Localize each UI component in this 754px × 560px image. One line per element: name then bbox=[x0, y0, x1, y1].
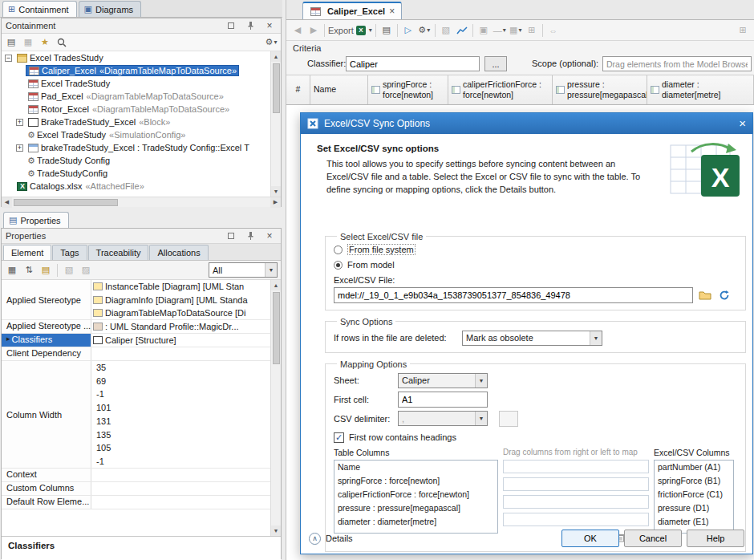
edit-icon[interactable]: ▧ bbox=[439, 23, 453, 38]
help-button[interactable]: Help bbox=[687, 530, 744, 547]
open-diagram-icon[interactable]: ▦ bbox=[21, 35, 35, 50]
list-item[interactable]: diameter : diameter[metre] bbox=[334, 515, 497, 529]
show-description-icon[interactable]: ▤ bbox=[39, 263, 53, 278]
column-header-pressure[interactable]: pressure : pressure[megapascal] bbox=[553, 75, 647, 104]
ok-button[interactable]: OK bbox=[561, 530, 619, 547]
fit-columns-icon[interactable]: ⊞ bbox=[736, 23, 750, 38]
collapse-expander-icon[interactable]: − bbox=[5, 55, 12, 62]
tree-item[interactable]: Excel TradeStudy bbox=[2, 77, 281, 90]
property-row[interactable]: Custom Columns bbox=[2, 482, 281, 496]
property-row[interactable]: Applied Stereotype ... : UML Standard Pr… bbox=[2, 320, 281, 334]
open-folder-icon[interactable] bbox=[698, 288, 712, 302]
mapping-slot[interactable] bbox=[503, 513, 649, 526]
table-style-icon[interactable]: ▦▾ bbox=[509, 23, 523, 38]
float-panel-icon[interactable] bbox=[224, 18, 238, 33]
details-toggle[interactable]: ∧ Details bbox=[309, 533, 353, 545]
tab-properties[interactable]: ▤ Properties bbox=[3, 212, 69, 228]
column-header-springforce[interactable]: springForce : force[newton] bbox=[368, 75, 448, 104]
sort-icon[interactable]: ⇅ bbox=[22, 263, 36, 278]
list-item[interactable]: pressure (D1) bbox=[655, 501, 733, 515]
from-file-system-radio[interactable]: From file system bbox=[334, 242, 737, 258]
dialog-close-icon[interactable]: × bbox=[739, 119, 746, 128]
containment-vertical-scrollbar[interactable]: ▲ ▼ bbox=[270, 51, 281, 197]
tab-tags[interactable]: Tags bbox=[52, 245, 87, 260]
tab-allocations[interactable]: Allocations bbox=[149, 245, 208, 260]
csv-delimiter-combo[interactable]: , ▼ bbox=[398, 411, 488, 426]
dialog-titlebar[interactable]: Excel/CSV Sync Options × bbox=[301, 113, 752, 134]
excel-csv-file-input[interactable] bbox=[334, 287, 693, 303]
list-item[interactable]: pressure : pressure[megapascal] bbox=[334, 501, 497, 515]
forward-icon[interactable]: ▶ bbox=[306, 23, 321, 38]
tree-item[interactable]: + BrakeTradeStudy_Excel «Block» bbox=[2, 116, 281, 128]
property-row[interactable]: Column Width 35 69 -1 101 131 135 105 -1 bbox=[2, 361, 281, 469]
mapping-slot[interactable] bbox=[503, 460, 649, 473]
tree-item[interactable]: ⚙ TradeStudyConfig bbox=[2, 167, 281, 180]
scroll-up-icon[interactable]: ▲ bbox=[271, 51, 282, 62]
list-item[interactable]: diameter (E1) bbox=[655, 515, 733, 529]
scroll-thumb[interactable] bbox=[273, 292, 280, 364]
tab-traceability[interactable]: Traceability bbox=[88, 245, 149, 260]
table-options-gear-icon[interactable]: ⚙▾ bbox=[417, 23, 432, 38]
list-item[interactable]: caliperFrictionForce : force[newton] bbox=[334, 488, 497, 501]
column-header-number[interactable]: # bbox=[286, 75, 310, 104]
list-item[interactable]: partNumber (A1) bbox=[655, 461, 733, 474]
property-row-selected[interactable]: ▸Classifiers Caliper [Structure] bbox=[2, 334, 281, 347]
column-header-name[interactable]: Name bbox=[310, 75, 368, 104]
expand-expander-icon[interactable]: + bbox=[16, 119, 23, 126]
list-item[interactable]: springForce (B1) bbox=[655, 474, 733, 488]
group-by-icon[interactable]: ▦ bbox=[5, 263, 19, 278]
close-panel-icon[interactable]: × bbox=[262, 229, 277, 243]
chart-icon[interactable] bbox=[455, 23, 469, 38]
expand-expander-icon[interactable]: + bbox=[16, 144, 23, 152]
column-header-caliperfrictionforce[interactable]: caliperFrictionForce : force[newton] bbox=[448, 75, 553, 104]
browser-options-icon[interactable]: ▤ bbox=[4, 35, 18, 50]
close-tab-icon[interactable]: × bbox=[389, 7, 395, 15]
property-row[interactable]: Client Dependency bbox=[2, 347, 281, 361]
scroll-right-icon[interactable]: ▶ bbox=[270, 197, 281, 208]
tab-containment[interactable]: ⊞ Containment bbox=[2, 1, 77, 17]
scroll-thumb[interactable] bbox=[273, 63, 280, 113]
classifier-browse-button[interactable]: ... bbox=[484, 56, 507, 71]
tree-item[interactable]: + brakeTradeStudy_Excel : TradeStudy Con… bbox=[2, 141, 281, 154]
float-panel-icon[interactable] bbox=[224, 229, 238, 243]
rows-deleted-combo[interactable]: Mark as obsolete ▼ bbox=[462, 331, 602, 346]
property-row[interactable]: Default Row Eleme... bbox=[2, 496, 281, 509]
tab-caliper-excel[interactable]: Caliper_Excel × bbox=[302, 2, 402, 19]
panel-settings-gear-icon[interactable]: ⚙▾ bbox=[264, 35, 278, 50]
tree-item-selected[interactable]: Caliper_Excel «DiagramTableMapToDataSour… bbox=[2, 64, 281, 77]
grid-icon[interactable]: ⊞ bbox=[525, 23, 539, 38]
pin-icon[interactable] bbox=[243, 229, 257, 243]
export-button[interactable]: Export X ▾ bbox=[328, 23, 372, 38]
image-export-icon[interactable]: ▣ bbox=[476, 23, 491, 38]
tree-item[interactable]: ⚙ Excel TradeStudy «SimulationConfig» bbox=[2, 128, 281, 141]
tree-item[interactable]: Pad_Excel «DiagramTableMapToDataSource» bbox=[2, 90, 281, 103]
tree-item[interactable]: ⚙ TradeStudy Config bbox=[2, 154, 281, 167]
scroll-up-icon[interactable]: ▲ bbox=[271, 280, 282, 290]
property-row[interactable]: Applied Stereotype InstanceTable [Diagra… bbox=[2, 280, 281, 320]
search-icon[interactable] bbox=[55, 35, 69, 50]
customize-icon[interactable]: ▧ bbox=[62, 263, 76, 278]
mapping-slot[interactable] bbox=[503, 477, 649, 491]
containment-horizontal-scrollbar[interactable]: ◀ ▶ bbox=[2, 197, 281, 207]
first-row-headings-checkbox[interactable]: ✓ First row contains headings bbox=[334, 432, 737, 443]
excel-columns-list[interactable]: partNumber (A1) springForce (B1) frictio… bbox=[654, 460, 734, 534]
close-panel-icon[interactable]: × bbox=[262, 18, 277, 33]
scroll-down-icon[interactable]: ▼ bbox=[271, 186, 282, 197]
scroll-down-icon[interactable]: ▼ bbox=[271, 526, 282, 536]
tree-item[interactable]: Rotor_Excel «DiagramTableMapToDataSource… bbox=[2, 103, 281, 116]
property-row[interactable]: Context bbox=[2, 469, 281, 482]
classifier-input[interactable] bbox=[346, 56, 480, 71]
properties-vertical-scrollbar[interactable]: ▲ ▼ bbox=[270, 280, 281, 536]
run-simulation-icon[interactable]: ▷ bbox=[401, 23, 416, 38]
tab-diagrams[interactable]: ▣ Diagrams bbox=[79, 1, 141, 17]
paste-table-icon[interactable]: ▤ bbox=[379, 23, 394, 38]
list-item[interactable]: frictionForce (C1) bbox=[655, 488, 733, 501]
tree-item[interactable]: Catalogs.xlsx «AttachedFile» bbox=[2, 180, 281, 193]
refresh-icon[interactable] bbox=[717, 288, 732, 302]
resize-columns-icon[interactable]: ⇔ bbox=[546, 23, 561, 38]
expert-mode-icon[interactable]: ▨ bbox=[79, 263, 93, 278]
line-style-icon[interactable]: —▾ bbox=[493, 23, 507, 38]
list-item[interactable]: springForce : force[newton] bbox=[334, 474, 497, 488]
tab-element[interactable]: Element bbox=[3, 245, 51, 260]
scroll-thumb[interactable] bbox=[14, 199, 118, 206]
